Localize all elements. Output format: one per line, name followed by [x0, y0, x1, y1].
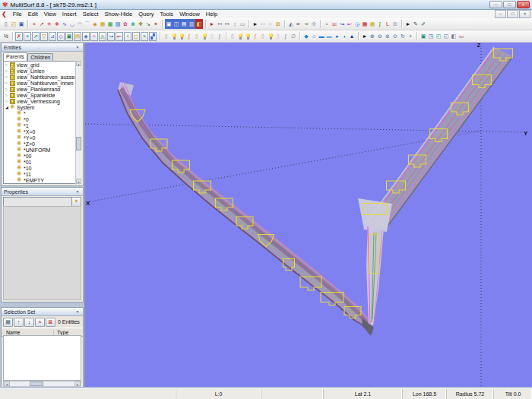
- tools-tool-icon[interactable]: ▪: [323, 19, 331, 29]
- clipboard-tool-icon[interactable]: ▭: [458, 31, 465, 41]
- nav-tool-icon[interactable]: ↞: [295, 19, 302, 29]
- tree-item-uniform[interactable]: ✳*UNIFORM: [4, 147, 81, 153]
- tree-item-0[interactable]: ✳*0: [4, 116, 81, 122]
- entities-close-icon[interactable]: ×: [74, 44, 81, 50]
- show-tool-icon[interactable]: ▯: [193, 31, 201, 41]
- tree-item-1[interactable]: ✳*1: [4, 122, 81, 128]
- mdi-restore-button[interactable]: □: [507, 10, 518, 18]
- scroll-right-icon[interactable]: ▸: [74, 382, 81, 386]
- entity-tool-icon[interactable]: ▤: [74, 32, 81, 41]
- selection-hscrollbar[interactable]: ◂ ▸: [3, 381, 81, 387]
- draw-tool-icon[interactable]: ►: [404, 19, 412, 29]
- column-name[interactable]: Name: [2, 330, 54, 335]
- create-tool-icon[interactable]: ✤: [137, 19, 144, 29]
- scroll-thumb[interactable]: [76, 137, 81, 150]
- views-tool-icon[interactable]: ▥: [188, 19, 195, 29]
- tree-item-viewvermessung[interactable]: ▷view_Vermessung: [4, 98, 81, 104]
- scroll-up-icon[interactable]: ▴: [76, 61, 81, 66]
- tree-item-viewnahtkurveninnen[interactable]: ▷view_Nahtkurven_innen: [4, 80, 81, 86]
- create-tool-icon[interactable]: ✳: [46, 19, 53, 29]
- entity-tool-icon[interactable]: ◻: [132, 32, 140, 41]
- viewport-canvas[interactable]: Z Y X: [85, 43, 532, 389]
- show-tool-icon[interactable]: [170, 31, 178, 41]
- tab-children[interactable]: Children: [27, 53, 53, 61]
- expand-icon[interactable]: ▷: [4, 68, 10, 73]
- menu-window[interactable]: Window: [176, 11, 203, 17]
- hide-tool-icon[interactable]: ▯: [229, 31, 236, 41]
- tree-item-01[interactable]: ✳*01: [4, 159, 81, 165]
- tools-tool-icon[interactable]: ▦: [361, 19, 369, 29]
- create-tool-icon[interactable]: ◡: [68, 19, 76, 29]
- tools-tool-icon[interactable]: L: [384, 19, 391, 29]
- section-marker[interactable]: [369, 234, 378, 274]
- save-icon[interactable]: ▣: [17, 19, 25, 29]
- select-tool-icon[interactable]: ►: [252, 19, 259, 29]
- marks-tool-icon[interactable]: ↤: [216, 19, 223, 29]
- expand-icon[interactable]: ▷: [4, 81, 10, 85]
- tree-item-y0[interactable]: ✳*Y=0: [4, 135, 81, 141]
- menu-edit[interactable]: Edit: [25, 11, 41, 17]
- show-tool-icon[interactable]: ∫: [185, 31, 193, 41]
- marks-tool-icon[interactable]: ↕: [231, 19, 239, 29]
- menu-help[interactable]: Help: [203, 11, 220, 17]
- remove-icon[interactable]: ×: [35, 318, 45, 327]
- create-tool-icon[interactable]: ✿: [122, 19, 129, 29]
- create-tool-icon[interactable]: ❀: [129, 19, 137, 29]
- clipboard-tool-icon[interactable]: ◧: [450, 31, 458, 41]
- display-tool-icon[interactable]: ⌂: [310, 31, 318, 41]
- display-tool-icon[interactable]: ▬: [325, 31, 333, 41]
- expand-icon[interactable]: ▷: [4, 93, 10, 97]
- menu-select[interactable]: Select: [80, 11, 102, 17]
- create-tool-icon[interactable]: ∿: [61, 19, 68, 29]
- tree-item-z0[interactable]: ✳*Z=0: [4, 141, 81, 147]
- create-tool-icon[interactable]: ▦: [99, 19, 106, 29]
- clipboard-tool-icon[interactable]: ◱: [442, 31, 450, 41]
- tree-item-x0[interactable]: ✳*X=0: [4, 128, 81, 135]
- draw-tool-icon[interactable]: ✎: [412, 19, 420, 29]
- hide-tool-icon[interactable]: ▯: [259, 31, 267, 41]
- show-tool-icon[interactable]: ∫: [216, 31, 223, 41]
- create-tool-icon[interactable]: ◠: [76, 19, 84, 29]
- entity-tool-icon[interactable]: ▽: [40, 32, 48, 41]
- tree-item-system[interactable]: ◢✳System: [4, 104, 81, 110]
- expand-icon[interactable]: ▷: [4, 74, 10, 79]
- select-tool-icon[interactable]: ∷: [259, 19, 267, 29]
- hide-tool-icon[interactable]: ∅: [290, 31, 297, 41]
- clear-all-icon[interactable]: ⊠: [46, 318, 55, 327]
- selection-set-close-icon[interactable]: ×: [74, 309, 81, 315]
- hide-tool-icon[interactable]: ∫: [282, 31, 290, 41]
- expand-icon[interactable]: ▷: [4, 62, 10, 67]
- entities-tree-scrollbar[interactable]: ▴ ▾: [75, 61, 81, 184]
- entity-tool-icon[interactable]: ↝: [107, 32, 115, 41]
- create-tool-icon[interactable]: ◈: [91, 19, 99, 29]
- hide-tool-icon[interactable]: ∫: [252, 31, 259, 41]
- move-up-icon[interactable]: ↑: [14, 318, 24, 327]
- create-tool-icon[interactable]: ↗: [38, 19, 46, 29]
- entity-tool-icon[interactable]: ×: [141, 32, 148, 41]
- entity-tool-icon[interactable]: ⊿: [49, 32, 56, 41]
- menu-tools[interactable]: Tools: [157, 11, 177, 17]
- zoom-tool-icon[interactable]: ⊘: [384, 31, 391, 41]
- create-tool-icon[interactable]: ▨: [114, 19, 122, 29]
- create-tool-icon[interactable]: ↘: [144, 19, 152, 29]
- draw-tool-icon[interactable]: ✐: [420, 19, 427, 29]
- tree-item-10[interactable]: ✳*10: [4, 165, 81, 171]
- marks-tool-icon[interactable]: ↦: [223, 19, 231, 29]
- entity-tool-icon[interactable]: ◈: [82, 32, 90, 41]
- create-tool-icon[interactable]: ×: [30, 19, 38, 29]
- entity-tool-icon[interactable]: +: [124, 32, 131, 41]
- menu-insert[interactable]: Insert: [59, 11, 80, 17]
- hide-tool-icon[interactable]: [244, 31, 252, 41]
- column-type[interactable]: Type: [54, 330, 68, 335]
- display-tool-icon[interactable]: ▬: [318, 31, 325, 41]
- zoom-tool-icon[interactable]: ⊖: [376, 31, 384, 41]
- open-icon[interactable]: ◰: [10, 19, 17, 29]
- collapse-icon[interactable]: ◢: [4, 105, 10, 109]
- menu-file[interactable]: File: [10, 11, 25, 17]
- create-tool-icon[interactable]: ▩: [106, 19, 114, 29]
- tree-item-empty[interactable]: ✳*EMPTY: [4, 177, 81, 183]
- tools-tool-icon[interactable]: ↜: [346, 19, 353, 29]
- zoom-tool-icon[interactable]: +: [407, 31, 414, 41]
- zoom-tool-icon[interactable]: ⊙: [391, 31, 399, 41]
- views-tool-icon[interactable]: ◧: [195, 19, 203, 29]
